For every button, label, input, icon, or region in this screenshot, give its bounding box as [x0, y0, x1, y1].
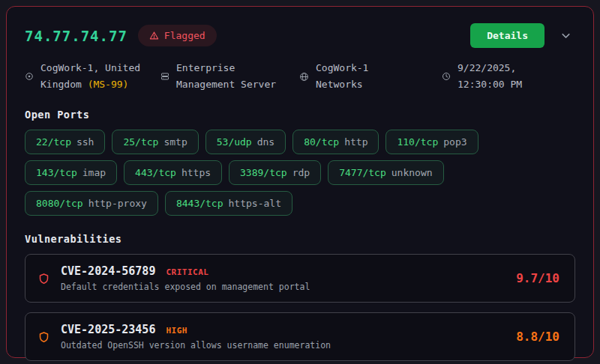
port-service: http-proxy — [88, 198, 147, 209]
port-badge[interactable]: 7477/tcpunknown — [328, 160, 443, 185]
cvss-score: 8.8/10 — [516, 330, 560, 344]
port-service: rdp — [292, 167, 310, 178]
port-number: 22/tcp — [36, 136, 71, 148]
port-service: ssh — [76, 136, 94, 148]
flagged-label: Flagged — [164, 30, 206, 41]
port-service: pop3 — [443, 136, 466, 148]
severity-label: CRITICAL — [166, 267, 208, 277]
meta-network: CogWork-1 Networks — [299, 60, 442, 93]
port-number: 8443/tcp — [176, 198, 224, 209]
server-icon — [160, 72, 170, 81]
port-badge[interactable]: 22/tcpssh — [25, 130, 105, 154]
port-badge[interactable]: 53/udpdns — [206, 130, 286, 154]
shield-icon — [38, 330, 50, 344]
port-service: dns — [257, 136, 274, 148]
meta-location: CogWork-1, United Kingdom (MS-99) — [25, 60, 160, 93]
network-name: CogWork-1 Networks — [316, 60, 406, 93]
cve-id: CVE-2025-23456 — [61, 323, 155, 336]
port-number: 53/udp — [217, 136, 252, 148]
meta-timestamp: 9/22/2025, 12:30:00 PM — [442, 60, 575, 93]
vulnerability-details: CVE-2024-56789CRITICALDefault credential… — [61, 264, 505, 292]
meta-device: Enterprise Management Server — [160, 60, 299, 93]
port-badge[interactable]: 80/tcphttp — [292, 130, 379, 154]
severity-label: HIGH — [166, 326, 188, 336]
port-badge[interactable]: 8443/tcphttps-alt — [165, 191, 292, 216]
vulnerability-card[interactable]: CVE-2024-56789CRITICALDefault credential… — [25, 254, 575, 303]
asn-code: (MS-99) — [88, 79, 129, 90]
clock-icon — [442, 72, 451, 81]
vulnerability-card[interactable]: CVE-2025-23456HIGHOutdated OpenSSH versi… — [25, 312, 575, 361]
details-button[interactable]: Details — [470, 23, 544, 48]
vulnerability-description: Outdated OpenSSH version allows username… — [61, 340, 505, 351]
globe-icon — [299, 72, 309, 82]
port-badge[interactable]: 110/tcppop3 — [386, 130, 478, 154]
port-number: 25/tcp — [123, 136, 158, 148]
port-number: 8080/tcp — [36, 198, 83, 209]
vulnerabilities-heading: Vulnerabilities — [25, 233, 575, 245]
port-number: 3389/tcp — [240, 167, 287, 178]
port-service: http — [344, 136, 368, 148]
flagged-badge[interactable]: Flagged — [138, 25, 217, 46]
port-number: 80/tcp — [304, 136, 339, 148]
vulnerability-details: CVE-2025-23456HIGHOutdated OpenSSH versi… — [61, 323, 505, 351]
warning-icon — [149, 31, 159, 40]
port-number: 143/tcp — [36, 167, 77, 178]
port-service: smtp — [164, 136, 187, 148]
host-meta: CogWork-1, United Kingdom (MS-99) Enterp… — [25, 60, 575, 93]
open-ports-heading: Open Ports — [25, 109, 575, 121]
port-service: imap — [82, 167, 106, 178]
ip-address: 74.77.74.77 — [25, 28, 128, 44]
port-service: https-alt — [229, 198, 281, 209]
cve-id: CVE-2024-56789 — [61, 264, 155, 278]
port-number: 110/tcp — [397, 136, 438, 148]
port-number: 443/tcp — [135, 167, 176, 178]
port-number: 7477/tcp — [339, 167, 386, 178]
ports-list: 22/tcpssh25/tcpsmtp53/udpdns80/tcphttp11… — [25, 130, 575, 216]
port-service: unknown — [392, 167, 433, 178]
port-badge[interactable]: 25/tcpsmtp — [112, 130, 198, 154]
port-service: https — [182, 167, 211, 178]
location-icon — [25, 72, 34, 81]
scan-timestamp: 9/22/2025, 12:30:00 PM — [458, 60, 532, 93]
port-badge[interactable]: 443/tcphttps — [124, 160, 222, 185]
port-badge[interactable]: 8080/tcphttp-proxy — [25, 191, 158, 216]
port-badge[interactable]: 3389/tcprdp — [229, 160, 321, 185]
vulnerability-description: Default credentials exposed on managemen… — [61, 282, 505, 292]
header: 74.77.74.77 Flagged Details — [25, 23, 575, 48]
vulnerability-list: CVE-2024-56789CRITICALDefault credential… — [25, 254, 575, 361]
chevron-down-icon[interactable] — [556, 26, 575, 45]
cvss-score: 9.7/10 — [516, 271, 560, 285]
port-badge[interactable]: 143/tcpimap — [25, 160, 117, 185]
device-type: Enterprise Management Server — [176, 60, 281, 93]
host-scan-card: 74.77.74.77 Flagged Details — [6, 6, 594, 358]
shield-icon — [38, 272, 50, 285]
